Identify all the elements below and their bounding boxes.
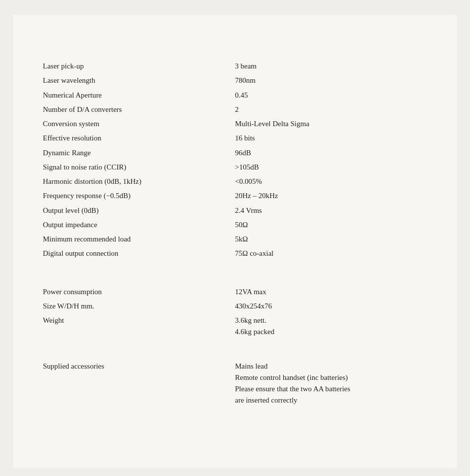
- spec-label: Output level (0dB): [43, 204, 235, 218]
- spec-label: Laser wavelength: [43, 73, 235, 88]
- power-label: Power consumption: [43, 285, 235, 299]
- spec-value: 2.4 Vrms: [235, 204, 427, 218]
- spec-value: <0.005%: [235, 174, 427, 189]
- spec-value: 20Hz – 20kHz: [235, 189, 427, 203]
- table-row: Digital output connection 75Ω co-axial: [43, 246, 427, 261]
- power-value: 3.6kg nett.4.6kg packed: [235, 313, 427, 340]
- table-row: Number of D/A converters 2: [43, 102, 427, 117]
- spec-label: Number of D/A converters: [43, 102, 235, 117]
- table-row: Output level (0dB) 2.4 Vrms: [43, 204, 427, 218]
- spec-label: Signal to noise ratio (CCIR): [43, 160, 235, 174]
- table-row: Power consumption 12VA max: [43, 285, 427, 299]
- spec-label: Numerical Aperture: [43, 88, 235, 102]
- table-row: Minimum recommended load 5kΩ: [43, 232, 427, 246]
- table-row: Conversion system Multi-Level Delta Sigm…: [43, 117, 427, 131]
- accessories-table: Supplied accessories Mains leadRemote co…: [43, 359, 427, 408]
- spec-value: 2: [235, 102, 427, 117]
- power-table: Power consumption 12VA max Size W/D/H mm…: [43, 276, 427, 340]
- spec-label: Effective resolution: [43, 131, 235, 145]
- table-row: Output impedance 50Ω: [43, 218, 427, 232]
- power-value: 12VA max: [235, 285, 427, 299]
- spec-label: Dynamic Range: [43, 146, 235, 160]
- table-row: Frequency response (−0.5dB) 20Hz – 20kHz: [43, 189, 427, 203]
- spec-value: 5kΩ: [235, 232, 427, 246]
- spec-label: Conversion system: [43, 117, 235, 131]
- table-row: Numerical Aperture 0.45: [43, 88, 427, 102]
- table-row: Signal to noise ratio (CCIR) >105dB: [43, 160, 427, 174]
- power-label: Size W/D/H mm.: [43, 299, 235, 313]
- spec-label: Output impedance: [43, 218, 235, 232]
- spec-label: Minimum recommended load: [43, 232, 235, 246]
- spec-label: Harmonic distortion (0dB, 1kHz): [43, 174, 235, 189]
- table-row: Laser wavelength 780nm: [43, 73, 427, 88]
- spec-value: 0.45: [235, 88, 427, 102]
- spec-table: Laser pick-up 3 beam Laser wavelength 78…: [43, 59, 427, 261]
- spec-value: 3 beam: [235, 59, 427, 73]
- spec-label: Digital output connection: [43, 246, 235, 261]
- accessories-section: Supplied accessories Mains leadRemote co…: [43, 359, 427, 408]
- spec-value: 16 bits: [235, 131, 427, 145]
- table-row: Supplied accessories Mains leadRemote co…: [43, 359, 427, 408]
- power-value: 430x254x76: [235, 299, 427, 313]
- spec-label: Laser pick-up: [43, 59, 235, 73]
- spec-value: >105dB: [235, 160, 427, 174]
- spec-value: Multi-Level Delta Sigma: [235, 117, 427, 131]
- table-row: Size W/D/H mm. 430x254x76: [43, 299, 427, 313]
- accessories-label: Supplied accessories: [43, 359, 235, 408]
- spec-value: 50Ω: [235, 218, 427, 232]
- power-label: Weight: [43, 313, 235, 340]
- table-row: Harmonic distortion (0dB, 1kHz) <0.005%: [43, 174, 427, 189]
- accessories-values: Mains leadRemote control handset (inc ba…: [235, 359, 427, 408]
- spec-value: 780nm: [235, 73, 427, 88]
- table-row: Laser pick-up 3 beam: [43, 59, 427, 73]
- page: Laser pick-up 3 beam Laser wavelength 78…: [13, 15, 457, 468]
- table-row: Dynamic Range 96dB: [43, 146, 427, 160]
- table-row: Weight 3.6kg nett.4.6kg packed: [43, 313, 427, 340]
- spec-label: Frequency response (−0.5dB): [43, 189, 235, 203]
- spec-value: 75Ω co-axial: [235, 246, 427, 261]
- table-row: Effective resolution 16 bits: [43, 131, 427, 145]
- spec-value: 96dB: [235, 146, 427, 160]
